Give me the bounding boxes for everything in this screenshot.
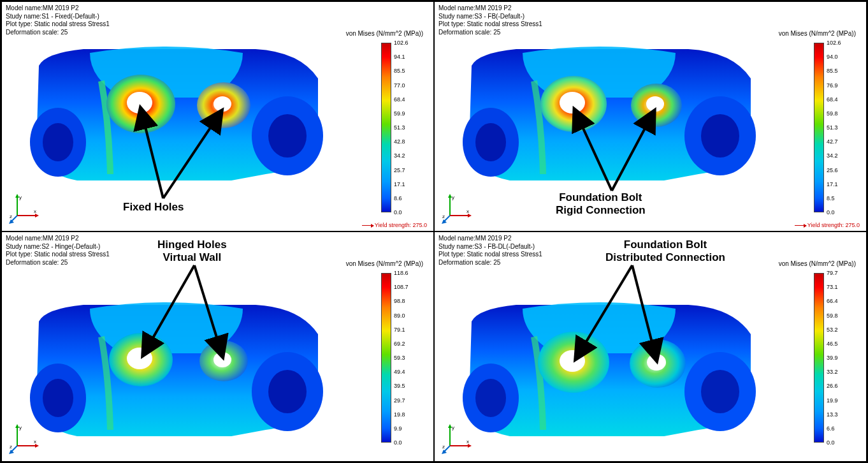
model-plot bbox=[452, 40, 765, 193]
legend-title: von Mises (N/mm^2 (MPa)) bbox=[779, 260, 856, 267]
svg-point-58 bbox=[475, 379, 506, 417]
svg-text:z: z bbox=[442, 214, 445, 219]
color-legend: 102.6 94.1 85.5 77.0 68.4 59.9 51.3 42.8… bbox=[381, 43, 423, 212]
colorbar bbox=[381, 273, 391, 443]
legend-title: von Mises (N/mm^2 (MPa)) bbox=[779, 30, 856, 37]
svg-text:x: x bbox=[34, 209, 36, 214]
svg-point-26 bbox=[646, 96, 664, 112]
svg-point-39 bbox=[43, 379, 73, 417]
svg-point-5 bbox=[127, 92, 152, 114]
svg-text:y: y bbox=[19, 425, 22, 430]
meta-block: Model name:MM 2019 P2 Study name:S3 - FB… bbox=[438, 4, 542, 36]
svg-text:x: x bbox=[467, 439, 469, 445]
svg-text:z: z bbox=[10, 444, 12, 450]
color-legend: 102.6 94.0 85.5 76.9 68.4 59.8 51.3 42.7… bbox=[814, 43, 856, 212]
legend-ticks: 79.7 73.1 66.4 59.8 53.2 46.5 39.9 33.2 … bbox=[827, 273, 856, 443]
legend-ticks: 102.6 94.1 85.5 77.0 68.4 59.9 51.3 42.8… bbox=[394, 43, 423, 212]
meta-block: Model name:MM 2019 P2 Study name:S1 - Fi… bbox=[6, 4, 110, 36]
axis-triad-icon: y x z bbox=[441, 423, 473, 455]
svg-point-1 bbox=[43, 123, 73, 161]
svg-text:y: y bbox=[452, 195, 454, 200]
svg-point-45 bbox=[213, 352, 231, 367]
results-grid: Model name:MM 2019 P2 Study name:S1 - Fi… bbox=[0, 0, 868, 463]
meta-block: Model name:MM 2019 P2 Study name:S2 - Hi… bbox=[6, 235, 110, 267]
annotation-label: Foundation Bolt Distributed Connection bbox=[605, 239, 725, 263]
model-plot bbox=[452, 296, 765, 449]
svg-point-60 bbox=[701, 370, 739, 413]
svg-point-3 bbox=[268, 114, 307, 158]
svg-text:y: y bbox=[452, 425, 454, 430]
color-legend: 79.7 73.1 66.4 59.8 53.2 46.5 39.9 33.2 … bbox=[814, 273, 856, 443]
axis-triad-icon: y x z bbox=[441, 193, 473, 224]
axis-triad-icon: y x z bbox=[8, 193, 40, 224]
svg-point-24 bbox=[560, 92, 585, 114]
svg-point-64 bbox=[647, 354, 666, 371]
axis-triad-icon: y x z bbox=[8, 423, 40, 455]
svg-text:x: x bbox=[467, 209, 469, 214]
legend-title: von Mises (N/mm^2 (MPa)) bbox=[346, 30, 423, 37]
annotation-label: Hinged Holes Virtual Wall bbox=[157, 239, 227, 263]
model-plot bbox=[20, 296, 332, 449]
legend-ticks: 118.6 108.7 98.8 89.0 79.1 69.2 59.3 49.… bbox=[394, 273, 423, 443]
panel-bottom-left: Model name:MM 2019 P2 Study name:S2 - Hi… bbox=[1, 231, 434, 462]
meta-block: Model name:MM 2019 P2 Study name:S3 - FB… bbox=[438, 235, 542, 267]
legend-title: von Mises (N/mm^2 (MPa)) bbox=[346, 260, 423, 267]
svg-point-22 bbox=[701, 114, 739, 158]
svg-point-7 bbox=[213, 96, 231, 112]
panel-top-left: Model name:MM 2019 P2 Study name:S1 - Fi… bbox=[1, 1, 434, 231]
svg-point-41 bbox=[268, 370, 307, 413]
panel-top-right: Model name:MM 2019 P2 Study name:S3 - FB… bbox=[434, 1, 867, 231]
annotation-label: Fixed Holes bbox=[123, 201, 184, 214]
svg-text:x: x bbox=[34, 439, 36, 445]
colorbar bbox=[814, 273, 824, 443]
svg-point-20 bbox=[475, 123, 506, 161]
colorbar bbox=[381, 43, 391, 212]
yield-strength: Yield strength: 275.0 bbox=[795, 222, 860, 228]
svg-text:y: y bbox=[19, 195, 22, 200]
model-plot bbox=[20, 40, 332, 193]
svg-text:z: z bbox=[10, 214, 12, 219]
yield-strength: Yield strength: 275.0 bbox=[362, 222, 427, 228]
colorbar bbox=[814, 43, 824, 212]
annotation-label: Foundation Bolt Rigid Connection bbox=[556, 191, 646, 216]
svg-point-62 bbox=[560, 350, 585, 372]
svg-point-43 bbox=[127, 348, 152, 369]
legend-ticks: 102.6 94.0 85.5 76.9 68.4 59.8 51.3 42.7… bbox=[827, 43, 856, 212]
svg-text:z: z bbox=[442, 444, 445, 450]
color-legend: 118.6 108.7 98.8 89.0 79.1 69.2 59.3 49.… bbox=[381, 273, 423, 443]
panel-bottom-right: Model name:MM 2019 P2 Study name:S3 - FB… bbox=[434, 231, 867, 462]
